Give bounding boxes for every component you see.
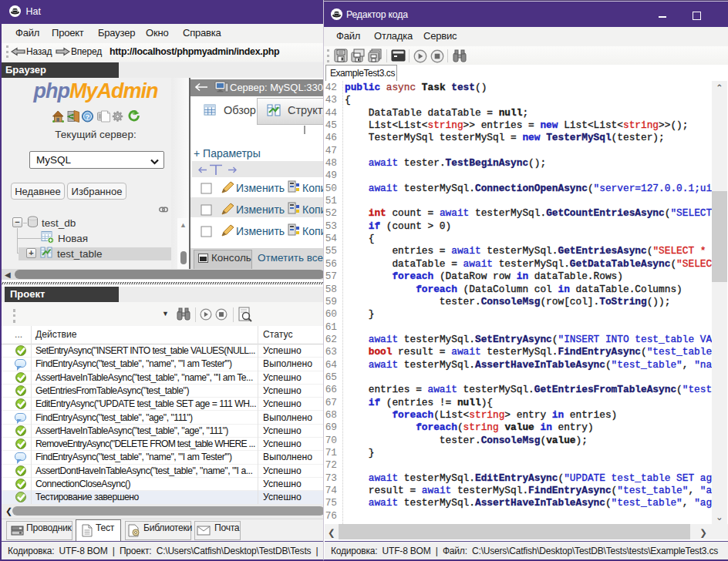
svg-text:Копи: Копи [302,182,325,194]
svg-text:Изменить: Изменить [236,182,285,194]
svg-text:?: ? [86,113,90,121]
